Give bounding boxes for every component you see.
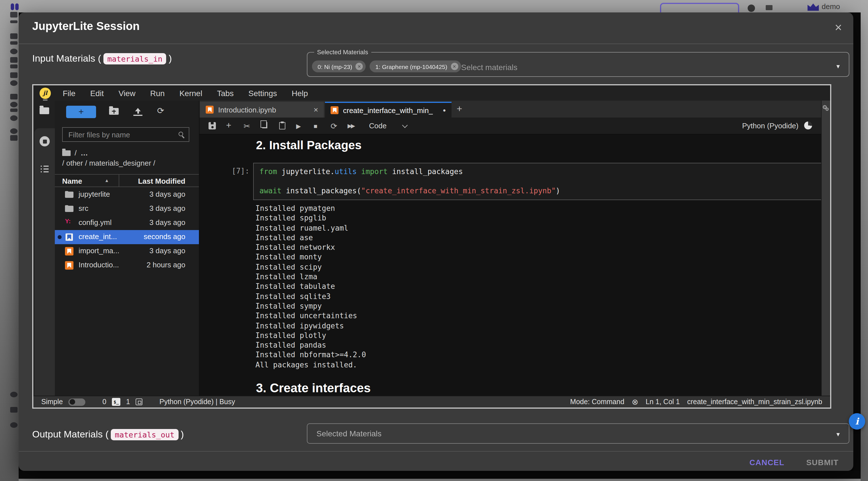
file-modified: seconds ago [144, 232, 185, 241]
menu-item[interactable]: Kernel [172, 88, 210, 97]
root-folder-icon[interactable] [62, 150, 71, 156]
backdrop-icon [10, 135, 18, 141]
cursor-position-label[interactable]: Ln 1, Col 1 [646, 398, 680, 406]
file-name: Introductio... [79, 261, 119, 269]
terminal-icon[interactable]: $_ [112, 398, 120, 406]
output-select-value: Selected Materials [316, 429, 381, 438]
file-row[interactable]: import_ma... 3 days ago [55, 244, 199, 258]
output-line: Installed ipywidgets [255, 321, 366, 331]
kernel-chip-icon[interactable] [135, 398, 143, 405]
property-inspector-gear-icon[interactable]: ⚙ ⚙ [822, 104, 827, 110]
kernel-status-icon[interactable] [804, 122, 812, 129]
output-materials-select[interactable]: Selected Materials ▼ [307, 423, 849, 444]
table-of-contents-icon[interactable] [41, 166, 49, 172]
menu-item[interactable]: Tabs [210, 88, 241, 97]
upload-icon[interactable] [133, 108, 143, 116]
column-name[interactable]: Name [62, 177, 82, 185]
tab-create-interface[interactable]: create_interface_with_min_ ● [325, 102, 452, 118]
menu-item[interactable]: Edit [83, 88, 111, 97]
sort-asc-icon[interactable]: ▲ [104, 178, 109, 183]
run-cell-icon[interactable]: ▶ [296, 123, 301, 130]
selected-materials-field[interactable]: Selected Materials 0: Ni (mp-23) × 1: Gr… [307, 49, 849, 77]
material-chips: 0: Ni (mp-23) × 1: Graphene (mp-1040425)… [312, 60, 465, 72]
chevron-down-icon[interactable]: ▼ [835, 63, 841, 69]
breadcrumb-ellipsis[interactable]: … [81, 149, 88, 157]
remove-chip-icon[interactable]: × [451, 63, 458, 70]
submit-button[interactable]: SUBMIT [806, 458, 839, 467]
select-materials-placeholder[interactable]: Select materials [461, 63, 517, 72]
add-cell-icon[interactable]: + [226, 120, 231, 130]
kernels-count[interactable]: 1 [126, 398, 130, 406]
backdrop-icon [10, 407, 18, 413]
file-row[interactable]: src 3 days ago [55, 202, 199, 216]
chevron-down-icon: ▼ [835, 431, 841, 438]
file-modified: 3 days ago [150, 218, 185, 227]
backdrop-icon [10, 94, 18, 99]
save-icon[interactable] [209, 122, 216, 129]
menu-item[interactable]: Settings [241, 88, 284, 97]
backdrop-icon [10, 422, 18, 428]
backdrop-canvas-bottom [19, 471, 861, 479]
jupyterlite-logo-icon: jl [39, 87, 51, 99]
material-chip[interactable]: 0: Ni (mp-23) × [312, 60, 366, 72]
new-launcher-button[interactable]: + [66, 106, 96, 118]
file-type-icon [65, 191, 73, 198]
info-button[interactable]: i [849, 413, 865, 429]
material-chip[interactable]: 1: Graphene (mp-1040425) × [370, 60, 461, 72]
refresh-icon[interactable]: ⟳ [157, 106, 164, 116]
breadcrumb-path[interactable]: / other / materials_designer / [62, 159, 155, 167]
menu-item[interactable]: Run [143, 88, 172, 97]
breadcrumb-root[interactable]: / [74, 149, 76, 157]
activity-panel [34, 128, 55, 396]
notebook-icon [331, 106, 339, 114]
copy-cells-icon[interactable] [262, 122, 267, 128]
file-browser: + ⟳ / … / other / materials_designer / [55, 100, 199, 396]
backdrop-icon [10, 72, 18, 78]
restart-run-all-icon[interactable]: ▶▶ [347, 123, 354, 129]
interrupt-kernel-icon[interactable]: ■ [314, 123, 317, 129]
file-row[interactable]: Introductio... 2 hours ago [55, 258, 199, 272]
tab-introduction[interactable]: Introduction.ipynb × [200, 102, 324, 118]
filter-files-input[interactable] [63, 128, 170, 141]
simple-mode-toggle[interactable] [68, 398, 85, 405]
cancel-button[interactable]: CANCEL [749, 458, 784, 467]
menu-item[interactable]: View [111, 88, 143, 97]
file-row[interactable]: Y: config.yml 3 days ago [55, 216, 199, 230]
active-file-label: create_interface_with_min_strain_zsl.ipy… [687, 398, 822, 406]
jupyterlab-window: jl FileEditViewRunKernelTabsSettingsHelp… [32, 84, 831, 409]
close-dialog-icon[interactable]: × [835, 20, 842, 35]
paste-cells-icon[interactable] [279, 122, 285, 129]
new-tab-icon[interactable]: + [457, 103, 462, 115]
cell-type-select[interactable]: Code [369, 122, 386, 130]
new-folder-icon[interactable] [109, 108, 119, 115]
backdrop-icon [10, 102, 18, 108]
command-mode-label[interactable]: Mode: Command [570, 398, 624, 406]
menu-item[interactable]: File [55, 88, 83, 97]
menu-item[interactable]: Help [284, 88, 315, 97]
remove-chip-icon[interactable]: × [356, 63, 363, 70]
restart-kernel-icon[interactable]: ⟳ [331, 122, 337, 130]
cut-cells-icon[interactable]: ✂ [244, 122, 250, 130]
file-type-icon [65, 247, 73, 255]
file-row[interactable]: create_int... seconds ago [55, 230, 199, 244]
kernel-state-label[interactable]: Python (Pyodide) | Busy [159, 398, 235, 406]
tab-bar: Introduction.ipynb × create_interface_wi… [199, 100, 821, 118]
column-last-modified[interactable]: Last Modified [138, 177, 185, 185]
code-cell[interactable]: from jupyterlite.utils import install_pa… [253, 163, 821, 200]
kernel-name-button[interactable]: Python (Pyodide) [742, 122, 799, 130]
running-sessions-icon[interactable] [39, 136, 50, 146]
not-trusted-icon[interactable]: ⊗ [632, 397, 638, 407]
activity-bar [33, 100, 55, 396]
file-browser-tab-icon[interactable] [39, 108, 49, 114]
backdrop-app-sidebar [0, 0, 19, 481]
username-label: demo [822, 2, 840, 11]
terminals-count[interactable]: 0 [102, 398, 106, 406]
section-heading: 2. Install Packages [256, 139, 362, 152]
close-tab-icon[interactable]: × [314, 105, 318, 114]
backdrop-app-topbar: demo [19, 0, 861, 12]
file-row[interactable]: jupyterlite 3 days ago [55, 188, 199, 202]
chevron-down-icon[interactable] [402, 122, 408, 128]
backdrop-icon [10, 41, 18, 44]
output-line: Installed pymatgen [255, 204, 366, 213]
output-line: Installed ruamel.yaml [255, 223, 366, 233]
